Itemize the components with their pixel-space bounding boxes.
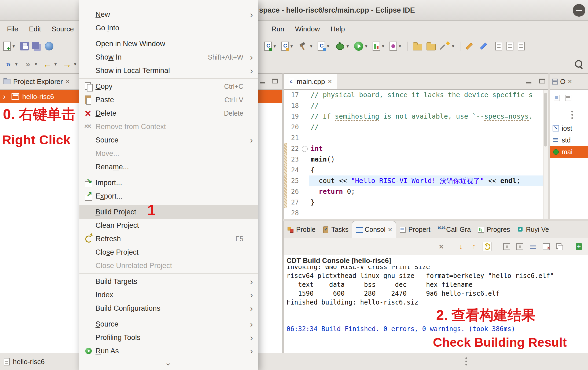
- menu-item-remove-from-context[interactable]: Remove from Context: [79, 120, 258, 133]
- menu-run[interactable]: Run: [266, 21, 290, 37]
- menu-item-copy[interactable]: CopyCtrl+C: [79, 80, 258, 93]
- close-icon[interactable]: ×: [388, 226, 392, 233]
- menu-item-source[interactable]: Source›: [79, 317, 258, 331]
- tab-main-cpp[interactable]: c main.cpp ×: [284, 74, 337, 90]
- dropdown-arrow-icon[interactable]: ▾: [73, 61, 77, 67]
- focus-icon[interactable]: [554, 95, 560, 101]
- profile-button[interactable]: ▾: [389, 42, 402, 51]
- menu-item-run-as[interactable]: Run As›: [79, 344, 258, 358]
- dropdown-arrow-icon[interactable]: ▾: [14, 61, 19, 67]
- statusbar-menu-icon[interactable]: [465, 357, 467, 366]
- close-icon[interactable]: ×: [568, 78, 572, 85]
- tab-call-gra[interactable]: Call Gra: [434, 221, 474, 238]
- build-button[interactable]: ▾: [298, 41, 313, 51]
- tab-propert[interactable]: Propert: [396, 221, 434, 238]
- menu-item-show-in[interactable]: Show InShift+Alt+W›: [79, 50, 258, 64]
- minimize-view-icon[interactable]: [526, 78, 532, 84]
- close-icon[interactable]: ×: [328, 78, 332, 85]
- pin-console-icon[interactable]: [502, 242, 511, 251]
- open-resource-button[interactable]: [427, 42, 436, 50]
- menu-item-clean-project[interactable]: Clean Project: [79, 219, 258, 232]
- menu-item-rename[interactable]: Rename...: [79, 160, 258, 174]
- doc-lines-button[interactable]: [506, 42, 513, 50]
- expand-chevron-icon[interactable]: ›: [3, 92, 8, 101]
- menu-item-export[interactable]: Export...: [79, 189, 258, 203]
- coverage-button[interactable]: ▾: [373, 42, 385, 51]
- forward-button[interactable]: ▾: [62, 59, 77, 69]
- minimize-button[interactable]: [573, 4, 585, 17]
- tab-consol[interactable]: Consol×: [352, 221, 396, 238]
- dropdown-arrow-icon[interactable]: ▾: [326, 43, 330, 49]
- new-doc-button[interactable]: [495, 42, 502, 50]
- outline-item-iost[interactable]: iost: [550, 122, 588, 134]
- new-c-file-button[interactable]: ▾: [264, 42, 277, 51]
- debug-button[interactable]: ▾: [335, 41, 350, 51]
- maximize-view-icon[interactable]: [272, 79, 278, 83]
- skip-breakpoints-button[interactable]: ▾: [3, 59, 19, 69]
- tab-progres[interactable]: Progres: [474, 221, 514, 238]
- menu-item-close-project[interactable]: Close Project: [79, 246, 258, 259]
- menu-source[interactable]: Source: [46, 21, 79, 37]
- tab-ruyi-ve[interactable]: Ruyi Ve: [514, 221, 553, 238]
- menu-item-move[interactable]: Move...: [79, 147, 258, 160]
- dropdown-arrow-icon[interactable]: ▾: [398, 43, 402, 49]
- clear-console-icon[interactable]: [542, 242, 551, 251]
- menu-item-open-in-new-window[interactable]: Open in New Window: [79, 37, 258, 50]
- save-all-button[interactable]: [33, 43, 41, 49]
- close-icon[interactable]: ×: [65, 78, 70, 85]
- menu-item-source[interactable]: Source›: [79, 133, 258, 147]
- menu-edit[interactable]: Edit: [24, 21, 46, 37]
- menu-item-close-unrelated-project[interactable]: Close Unrelated Project: [79, 259, 258, 272]
- open-console-icon[interactable]: [574, 242, 583, 251]
- dropdown-arrow-icon[interactable]: ▾: [53, 61, 58, 67]
- scrollbar-thumb[interactable]: [544, 93, 547, 146]
- dropdown-arrow-icon[interactable]: ▾: [364, 43, 368, 49]
- menu-item-profiling-tools[interactable]: Profiling Tools›: [79, 331, 258, 344]
- menu-item-go-into[interactable]: Go Into: [79, 21, 258, 35]
- dropdown-arrow-icon[interactable]: ▾: [381, 43, 385, 49]
- maximize-view-icon[interactable]: [539, 79, 545, 83]
- menu-scroll-down[interactable]: ›: [79, 359, 258, 369]
- menu-item-build-configurations[interactable]: Build Configurations›: [79, 302, 258, 315]
- rerun-build-icon[interactable]: [483, 242, 492, 251]
- display-selected-console-icon[interactable]: [555, 242, 564, 251]
- tab-proble[interactable]: Proble: [284, 221, 319, 238]
- scroll-down-icon[interactable]: [456, 242, 465, 251]
- open-folder-button[interactable]: [413, 42, 422, 50]
- build-all-button[interactable]: ▾: [318, 42, 330, 51]
- menu-item-refresh[interactable]: RefreshF5: [79, 232, 258, 246]
- menu-file[interactable]: File: [2, 21, 24, 37]
- step-filter-button[interactable]: ▾: [23, 59, 38, 69]
- menu-item-index[interactable]: Index›: [79, 288, 258, 302]
- menu-item-show-in-local-terminal[interactable]: Show in Local Terminal›: [79, 64, 258, 77]
- menu-item-new[interactable]: New›: [79, 8, 258, 21]
- dropdown-arrow-icon[interactable]: ▾: [451, 43, 455, 49]
- dropdown-arrow-icon[interactable]: ▾: [12, 43, 16, 49]
- view-menu-icon[interactable]: [550, 106, 588, 122]
- remove-launch-icon[interactable]: [437, 242, 446, 251]
- menu-window[interactable]: Window: [290, 21, 325, 37]
- web-browser-button[interactable]: [45, 42, 53, 50]
- dropdown-arrow-icon[interactable]: ▾: [346, 43, 350, 49]
- outline-item-std[interactable]: std: [550, 134, 588, 146]
- menu-item-build-project[interactable]: Build Project: [79, 205, 258, 219]
- new-wizard-button[interactable]: ▾: [3, 42, 16, 51]
- dropdown-arrow-icon[interactable]: ▾: [309, 43, 313, 49]
- scroll-up-icon[interactable]: [469, 242, 479, 251]
- menu-help[interactable]: Help: [325, 21, 350, 37]
- dropdown-arrow-icon[interactable]: ▾: [289, 43, 294, 49]
- editor-scrollbar[interactable]: [543, 90, 548, 219]
- doc-more-button[interactable]: [518, 42, 525, 50]
- tab-tasks[interactable]: Tasks: [319, 221, 352, 238]
- highlight-button[interactable]: [481, 41, 491, 51]
- annotate-button[interactable]: [466, 41, 476, 51]
- sort-icon[interactable]: [565, 95, 571, 101]
- outline-item-mai[interactable]: mai: [550, 146, 588, 158]
- menu-item-build-targets[interactable]: Build Targets›: [79, 275, 258, 288]
- fold-minus-icon[interactable]: [301, 143, 309, 154]
- minimize-view-icon[interactable]: [260, 78, 266, 84]
- new-c-project-button[interactable]: ▾: [281, 42, 294, 51]
- run-button[interactable]: ▾: [354, 42, 368, 51]
- scroll-lock-icon[interactable]: [515, 242, 524, 251]
- search-button[interactable]: [574, 59, 584, 69]
